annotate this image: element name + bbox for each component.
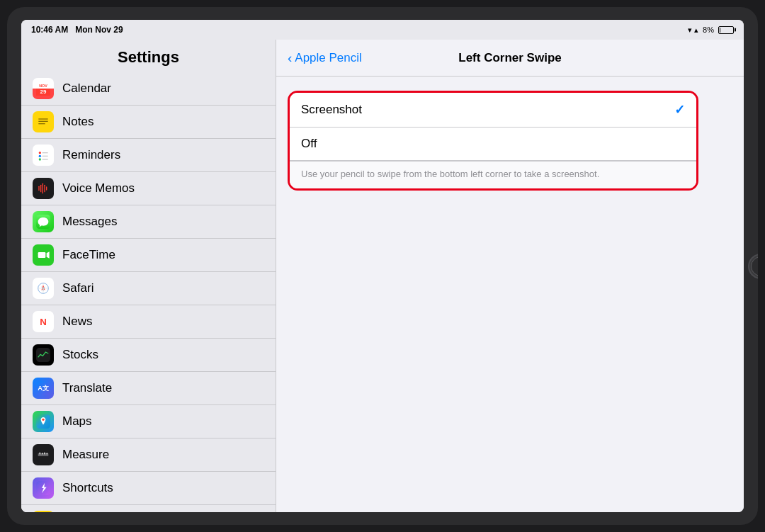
detail-header: ‹ Apple Pencil Left Corner Swipe [276, 40, 744, 77]
sidebar: Settings NOV 29 Calendar [21, 40, 276, 512]
measure-icon [33, 444, 54, 465]
option-row-off[interactable]: Off [290, 128, 696, 161]
sidebar-list: NOV 29 Calendar [21, 72, 276, 512]
options-container: Screenshot ✓ Off Use your pencil to swip… [288, 91, 698, 191]
svg-rect-7 [38, 123, 45, 124]
option-label-off: Off [301, 137, 317, 151]
ipad-frame: 10:46 AM Mon Nov 29 ▾ ▴ 8% Settings [7, 7, 758, 525]
home-icon [33, 511, 54, 512]
maps-label: Maps [62, 414, 92, 429]
back-label: Apple Pencil [295, 51, 362, 65]
stocks-icon [33, 344, 54, 366]
status-right: ▾ ▴ 8% [688, 26, 734, 35]
main-content: Settings NOV 29 Calendar [21, 40, 744, 512]
svg-point-11 [39, 158, 41, 160]
detail-content: Screenshot ✓ Off Use your pencil to swip… [276, 77, 744, 512]
shortcuts-label: Shortcuts [62, 481, 113, 495]
detail-title: Left Corner Swipe [458, 51, 561, 65]
svg-rect-13 [42, 156, 48, 157]
svg-rect-19 [44, 185, 45, 193]
svg-text:A文: A文 [38, 385, 49, 392]
checkmark-icon: ✓ [674, 102, 685, 118]
calendar-label: Calendar [62, 81, 111, 96]
option-hint: Use your pencil to swipe from the bottom… [290, 161, 696, 188]
facetime-icon [33, 244, 54, 266]
svg-rect-16 [38, 186, 39, 191]
svg-rect-20 [46, 186, 47, 190]
facetime-label: FaceTime [62, 248, 115, 262]
time-display: 10:46 AM [31, 25, 68, 35]
voicememos-icon [33, 178, 54, 199]
sidebar-title: Settings [33, 48, 264, 67]
maps-icon [33, 411, 54, 432]
measure-label: Measure [62, 448, 109, 462]
home-button-inner [751, 256, 758, 276]
svg-rect-14 [42, 159, 48, 159]
option-label-screenshot: Screenshot [301, 103, 362, 117]
svg-rect-18 [42, 183, 43, 194]
calendar-icon: NOV 29 [33, 78, 54, 99]
sidebar-item-safari[interactable]: Safari [21, 272, 276, 305]
safari-icon [33, 278, 54, 299]
svg-rect-44 [44, 453, 45, 455]
voicememos-label: Voice Memos [62, 181, 135, 196]
news-label: News [62, 315, 93, 329]
svg-point-9 [39, 152, 41, 154]
svg-text:N: N [40, 317, 47, 327]
sidebar-item-calendar[interactable]: NOV 29 Calendar [21, 72, 276, 106]
sidebar-item-news[interactable]: N News [21, 305, 276, 339]
back-button[interactable]: ‹ Apple Pencil [288, 50, 362, 66]
safari-label: Safari [62, 281, 94, 295]
translate-icon: A文 [33, 378, 54, 399]
battery-percent: 8% [703, 26, 714, 34]
sidebar-item-measure[interactable]: Measure [21, 438, 276, 472]
svg-rect-23 [38, 252, 46, 258]
svg-rect-6 [38, 121, 47, 122]
sidebar-item-home[interactable]: Home [21, 505, 276, 512]
ipad-screen: 10:46 AM Mon Nov 29 ▾ ▴ 8% Settings [21, 20, 744, 512]
sidebar-item-facetime[interactable]: FaceTime [21, 239, 276, 272]
stocks-label: Stocks [62, 348, 98, 362]
sidebar-header: Settings [21, 40, 276, 72]
reminders-icon [33, 145, 54, 166]
sidebar-item-translate[interactable]: A文 Translate [21, 372, 276, 405]
news-icon: N [33, 311, 54, 332]
sidebar-item-stocks[interactable]: Stocks [21, 339, 276, 372]
svg-text:NOV: NOV [39, 84, 47, 88]
translate-label: Translate [62, 381, 112, 395]
status-bar: 10:46 AM Mon Nov 29 ▾ ▴ 8% [21, 20, 744, 40]
svg-rect-12 [42, 152, 48, 153]
sidebar-item-messages[interactable]: Messages [21, 205, 276, 239]
home-button[interactable] [748, 254, 758, 279]
messages-icon [33, 211, 54, 232]
option-row-screenshot[interactable]: Screenshot ✓ [290, 93, 696, 128]
battery-fill [720, 28, 720, 33]
notes-label: Notes [62, 115, 94, 129]
sidebar-item-maps[interactable]: Maps [21, 405, 276, 438]
battery-icon [718, 26, 734, 34]
notes-icon [33, 111, 54, 132]
sidebar-item-shortcuts[interactable]: Shortcuts [21, 472, 276, 505]
svg-text:29: 29 [40, 89, 47, 95]
battery-box [718, 26, 734, 34]
back-chevron-icon: ‹ [288, 50, 292, 66]
sidebar-item-reminders[interactable]: Reminders [21, 139, 276, 172]
shortcuts-icon [33, 477, 54, 499]
reminders-label: Reminders [62, 148, 120, 162]
svg-point-10 [39, 155, 41, 157]
wifi-icon: ▾ ▴ [688, 26, 698, 35]
svg-rect-43 [42, 453, 42, 454]
svg-rect-42 [40, 453, 40, 455]
svg-rect-45 [47, 453, 47, 454]
messages-label: Messages [62, 215, 117, 229]
svg-rect-5 [38, 118, 47, 119]
date-display: Mon Nov 29 [75, 25, 123, 35]
status-time: 10:46 AM Mon Nov 29 [31, 25, 123, 35]
svg-point-39 [42, 419, 44, 421]
svg-rect-17 [40, 185, 41, 193]
sidebar-item-voicememos[interactable]: Voice Memos [21, 172, 276, 205]
svg-rect-8 [36, 148, 50, 162]
sidebar-item-notes[interactable]: Notes [21, 106, 276, 139]
detail-view: ‹ Apple Pencil Left Corner Swipe Screens… [276, 40, 744, 512]
option-hint-text: Use your pencil to swipe from the bottom… [301, 169, 599, 179]
